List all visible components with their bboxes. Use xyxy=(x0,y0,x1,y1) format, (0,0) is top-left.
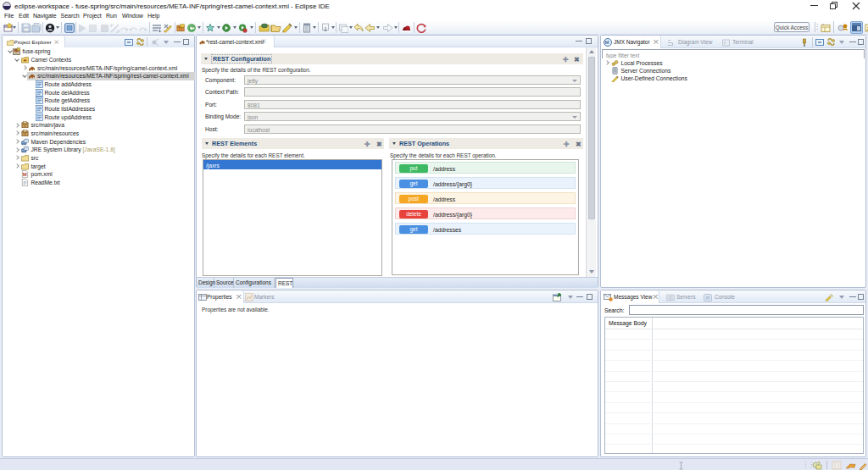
svg-text:M: M xyxy=(605,40,609,45)
svg-text:M: M xyxy=(22,172,26,177)
